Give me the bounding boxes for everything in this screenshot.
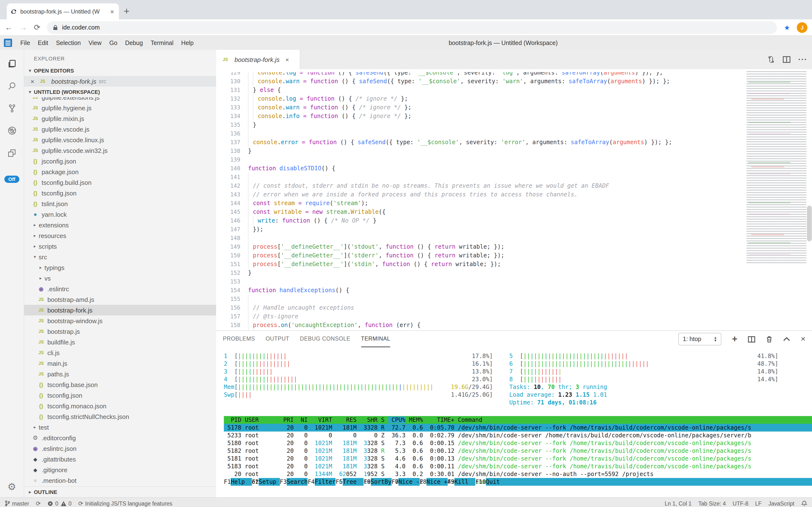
tab-terminal[interactable]: TERMINAL bbox=[361, 331, 390, 347]
fkey-F8[interactable]: F8 bbox=[420, 478, 426, 486]
sync-button[interactable]: ⟳ bbox=[36, 500, 41, 507]
split-terminal-icon[interactable] bbox=[748, 336, 755, 343]
fkey-label-F3[interactable]: Search bbox=[287, 478, 308, 486]
tree-folder-src[interactable]: ▾src bbox=[24, 251, 216, 262]
menu-terminal[interactable]: Terminal bbox=[147, 40, 177, 46]
htop-process-row-5178[interactable]: 5178 root 20 0 1021M 181M 3328 R 72.7 0.… bbox=[224, 424, 812, 432]
settings-gear-icon[interactable]: ⚙ bbox=[7, 481, 16, 493]
workspace-header[interactable]: ▾ UNTITLED (WORKSPACE) bbox=[24, 87, 216, 97]
open-editors-header[interactable]: ▾ OPEN EDITORS bbox=[24, 65, 216, 76]
tree-file-.eslintrc.json[interactable]: ◉.eslintrc.json bbox=[24, 443, 216, 454]
fkey-label-F4[interactable]: Filter bbox=[315, 478, 336, 486]
code-editor[interactable]: 129console.log = function () { safeSend(… bbox=[216, 69, 812, 330]
tree-file-tsconfig.base.json[interactable]: {}tsconfig.base.json bbox=[24, 379, 216, 390]
tree-file-bootstrap-fork.js[interactable]: JSbootstrap-fork.js bbox=[24, 305, 216, 316]
bookmark-star-icon[interactable]: ★ bbox=[784, 23, 790, 31]
menu-go[interactable]: Go bbox=[106, 40, 121, 46]
tree-folder-vs[interactable]: ▸vs bbox=[24, 273, 216, 283]
search-icon[interactable] bbox=[0, 75, 24, 97]
problems-indicator[interactable]: 0 0 bbox=[47, 501, 72, 506]
fkey-label-F8[interactable]: Nice + bbox=[426, 478, 447, 486]
menu-view[interactable]: View bbox=[85, 40, 105, 46]
fkey-F5[interactable]: F5 bbox=[336, 478, 343, 486]
htop-process-row-5183[interactable]: 5183 root 20 0 1021M 181M 3328 S 4.0 0.6… bbox=[224, 462, 812, 470]
tree-file-main.js[interactable]: JSmain.js bbox=[24, 358, 216, 369]
menu-help[interactable]: Help bbox=[178, 40, 197, 46]
new-terminal-icon[interactable]: + bbox=[732, 334, 737, 344]
tree-file-paths.js[interactable]: JSpaths.js bbox=[24, 369, 216, 379]
tree-file-gulpfile.hygiene.js[interactable]: JSgulpfile.hygiene.js bbox=[24, 103, 216, 113]
tree-file-.eslintrc[interactable]: ◉.eslintrc bbox=[24, 283, 216, 294]
indentation[interactable]: Tab Size: 4 bbox=[698, 501, 726, 506]
tree-file-buildfile.js[interactable]: JSbuildfile.js bbox=[24, 337, 216, 347]
refresh-icon[interactable]: ⟳ bbox=[34, 23, 40, 31]
fkey-label-F5[interactable]: Tree bbox=[342, 478, 364, 486]
tree-file-.gitignore[interactable]: ◆.gitignore bbox=[24, 464, 216, 475]
fkey-F2[interactable]: F2 bbox=[252, 478, 259, 486]
htop-process-row-5182[interactable]: 5182 root 20 0 1021M 181M 3328 R 5.3 0.6… bbox=[224, 447, 812, 455]
htop-process-row-20[interactable]: 20 root 20 0 1344M 62052 1952 S 3.3 0.2 … bbox=[224, 470, 812, 478]
tree-file-gulpfile.vscode.win32.js[interactable]: JSgulpfile.vscode.win32.js bbox=[24, 145, 216, 156]
url-bar[interactable]: ide.coder.com bbox=[47, 21, 777, 34]
more-actions-icon[interactable]: ··· bbox=[798, 55, 807, 64]
minimap[interactable] bbox=[747, 71, 806, 265]
outline-header[interactable]: ▸ OUTLINE bbox=[24, 486, 216, 497]
browser-tab[interactable]: bootstrap-fork.js — Untitled (W × bbox=[7, 3, 119, 19]
tree-file-jsconfig.json[interactable]: {}jsconfig.json bbox=[24, 156, 216, 166]
tree-file-gulpfile.vscode.js[interactable]: JSgulpfile.vscode.js bbox=[24, 124, 216, 134]
terminal-view[interactable]: 1 [|||||||||||||| 17.8%] 2 [||||||||||||… bbox=[216, 347, 812, 497]
cursor-position[interactable]: Ln 1, Col 1 bbox=[665, 501, 692, 506]
forward-icon[interactable]: → bbox=[19, 23, 27, 31]
avatar[interactable]: J bbox=[797, 22, 807, 33]
htop-table-header[interactable]: PID USER PRI NI VIRT RES SHR S CPU% MEM%… bbox=[224, 416, 812, 424]
tree-file-package.json[interactable]: {}package.json bbox=[24, 166, 216, 177]
fkey-F1[interactable]: F1 bbox=[224, 478, 231, 486]
open-editor-item[interactable]: × JS bootstrap-fork.js src bbox=[24, 76, 216, 87]
split-editor-icon[interactable] bbox=[783, 56, 791, 63]
tree-file-gulpfile.vscode.linux.js[interactable]: JSgulpfile.vscode.linux.js bbox=[24, 134, 216, 145]
tree-file-.mention-bot[interactable]: ≡.mention-bot bbox=[24, 475, 216, 486]
tree-file-bootstrap.js[interactable]: JSbootstrap.js bbox=[24, 326, 216, 337]
fkey-label-F1[interactable]: Help bbox=[231, 478, 252, 486]
menu-file[interactable]: File bbox=[17, 40, 34, 46]
open-changes-icon[interactable] bbox=[767, 56, 775, 63]
tree-file-tslint.json[interactable]: {}tslint.json bbox=[24, 199, 216, 209]
tree-folder-typings[interactable]: ▸typings bbox=[24, 262, 216, 273]
branch-indicator[interactable]: master bbox=[5, 500, 29, 507]
tree-file-.gitattributes[interactable]: ◆.gitattributes bbox=[24, 454, 216, 464]
tree-folder-extensions[interactable]: ▸extensions bbox=[24, 220, 216, 230]
tree-folder-resources[interactable]: ▸resources bbox=[24, 230, 216, 241]
eol[interactable]: LF bbox=[755, 501, 762, 506]
htop-process-row-5180[interactable]: 5180 root 20 0 1021M 181M 3328 S 7.3 0.6… bbox=[224, 439, 812, 447]
fkey-F4[interactable]: F4 bbox=[308, 478, 315, 486]
kill-terminal-icon[interactable] bbox=[766, 336, 772, 343]
fkey-label-F10[interactable]: Quit bbox=[486, 478, 507, 486]
editor-tab-close-icon[interactable]: × bbox=[285, 56, 289, 63]
tree-file-tsconfig.strictNullChecks.json[interactable]: {}tsconfig.strictNullChecks.json bbox=[24, 411, 216, 422]
tab-debug-console[interactable]: DEBUG CONSOLE bbox=[300, 331, 350, 347]
tree-file-bootstrap-window.js[interactable]: JSbootstrap-window.js bbox=[24, 316, 216, 326]
explorer-icon[interactable] bbox=[0, 53, 24, 75]
tree-file-tsconfig.monaco.json[interactable]: {}tsconfig.monaco.json bbox=[24, 401, 216, 411]
terminal-select[interactable]: 1: htop ▲▼ bbox=[679, 333, 721, 345]
source-control-icon[interactable] bbox=[0, 97, 24, 119]
browser-tab-close-icon[interactable]: × bbox=[109, 7, 115, 15]
fkey-label-F7[interactable]: Nice - bbox=[398, 478, 420, 486]
maximize-panel-icon[interactable] bbox=[783, 337, 790, 342]
language-mode[interactable]: JavaScript bbox=[768, 501, 794, 506]
notifications-bell[interactable] bbox=[801, 500, 807, 507]
off-badge[interactable]: Off bbox=[5, 176, 19, 183]
tab-output[interactable]: OUTPUT bbox=[266, 331, 289, 347]
fkey-F9[interactable]: F9 bbox=[447, 478, 454, 486]
menu-selection[interactable]: Selection bbox=[53, 40, 84, 46]
debug-icon[interactable] bbox=[0, 119, 24, 142]
tree-file-yarn.lock[interactable]: ●yarn.lock bbox=[24, 209, 216, 220]
fkey-F7[interactable]: F7 bbox=[392, 478, 398, 486]
extensions-icon[interactable] bbox=[0, 142, 24, 164]
menu-edit[interactable]: Edit bbox=[34, 40, 52, 46]
tree-folder-scripts[interactable]: ▸scripts bbox=[24, 241, 216, 251]
tree-folder-test[interactable]: ▸test bbox=[24, 422, 216, 433]
fkey-label-F9[interactable]: Kill bbox=[454, 478, 476, 486]
tree-file-bootstrap-amd.js[interactable]: JSbootstrap-amd.js bbox=[24, 294, 216, 305]
new-tab-button[interactable]: + bbox=[124, 5, 129, 17]
